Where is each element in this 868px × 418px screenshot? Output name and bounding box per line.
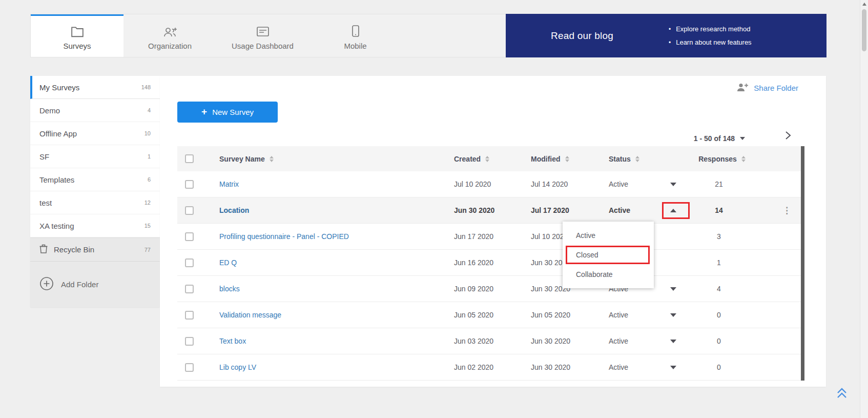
mobile-icon [352, 23, 360, 37]
row-checkbox[interactable] [185, 311, 194, 320]
status-dropdown-toggle[interactable] [670, 366, 676, 369]
row-checkbox[interactable] [185, 180, 194, 189]
people-add-icon [162, 23, 178, 37]
sidebar-item-my-surveys[interactable]: My Surveys 148 [30, 76, 160, 99]
survey-name-link[interactable]: Validation message [219, 311, 281, 319]
status-dropdown-toggle[interactable] [670, 340, 676, 343]
surveys-panel: Share Folder + New Survey 1 - 50 of 148 … [160, 76, 826, 387]
sidebar-item-xa-testing[interactable]: XA testing 15 [30, 214, 160, 237]
select-all-checkbox[interactable] [185, 154, 194, 163]
responses-count: 0 [691, 311, 768, 319]
tab-usage-dashboard[interactable]: Usage Dashboard [216, 14, 309, 57]
header-survey-name[interactable]: Survey Name [219, 155, 454, 163]
new-survey-button[interactable]: + New Survey [177, 102, 278, 123]
survey-name-link[interactable]: Lib copy LV [219, 363, 256, 371]
header-created[interactable]: Created [454, 155, 531, 163]
bullet-dot: • [669, 26, 671, 33]
blog-banner[interactable]: Read our blog •Explore research method •… [506, 14, 826, 57]
created-date: Jun 03 2020 [454, 337, 531, 345]
created-date: Jun 30 2020 [454, 206, 531, 214]
row-checkbox[interactable] [185, 363, 194, 372]
folders-sidebar: My Surveys 148 Demo 4 Offline App 10 SF … [30, 76, 160, 307]
sort-icon[interactable] [270, 156, 274, 162]
responses-count: 1 [691, 258, 768, 267]
folder-label: SF [39, 152, 49, 161]
sort-icon[interactable] [635, 156, 639, 162]
table-scrollbar[interactable] [801, 146, 804, 381]
status-option-active[interactable]: Active [563, 226, 654, 245]
survey-name-link[interactable]: Location [219, 206, 249, 214]
surveys-table: Survey Name Created Modified Status Resp… [177, 146, 804, 381]
chevron-down-icon[interactable] [740, 137, 745, 140]
next-page-button[interactable] [783, 130, 792, 143]
pagination-range[interactable]: 1 - 50 of 148 [694, 134, 745, 143]
created-date: Jun 02 2020 [454, 363, 531, 371]
share-person-icon [736, 83, 749, 93]
table-row: Matrix Jul 10 2020 Jul 14 2020 Active 21 [177, 171, 804, 197]
tab-organization[interactable]: Organization [123, 14, 216, 57]
scrollbar-up-arrow-icon[interactable] [862, 3, 866, 6]
status-option-collaborate[interactable]: Collaborate [563, 265, 654, 284]
status-value: Active [609, 363, 628, 371]
sort-icon[interactable] [565, 156, 569, 162]
status-dropdown-toggle[interactable] [670, 313, 676, 317]
folder-count: 148 [141, 84, 151, 90]
header-responses[interactable]: Responses [691, 155, 768, 163]
folder-icon [71, 23, 84, 37]
row-checkbox[interactable] [185, 337, 194, 346]
sidebar-item-test[interactable]: test 12 [30, 191, 160, 214]
header-status[interactable]: Status [609, 155, 691, 163]
bullet-dot: • [669, 39, 671, 46]
status-dropdown-toggle[interactable] [670, 183, 676, 186]
sort-icon[interactable] [741, 156, 746, 162]
survey-name-link[interactable]: Text box [219, 337, 246, 345]
dashboard-icon [256, 23, 270, 37]
annotation-box-closed-option [566, 246, 650, 264]
add-folder-button[interactable]: Add Folder [30, 261, 160, 307]
table-row: Lib copy LV Jun 02 2020 Jun 30 2020 Acti… [177, 354, 804, 381]
created-date: Jun 17 2020 [454, 232, 531, 241]
tab-mobile[interactable]: Mobile [309, 14, 402, 57]
folder-count: 1 [148, 153, 151, 160]
folder-count: 4 [148, 107, 151, 113]
recycle-bin-label: Recycle Bin [54, 245, 94, 254]
table-row-selected: Location Jun 30 2020 Jul 17 2020 Active … [177, 197, 804, 224]
sidebar-item-demo[interactable]: Demo 4 [30, 99, 160, 122]
sidebar-item-sf[interactable]: SF 1 [30, 145, 160, 168]
modified-date: Jun 05 2020 [531, 311, 609, 319]
sidebar-item-offline-app[interactable]: Offline App 10 [30, 122, 160, 145]
folder-count: 15 [144, 223, 151, 229]
survey-name-link[interactable]: Profiling questionnaire - Panel - COPIED [219, 232, 349, 241]
survey-name-link[interactable]: blocks [219, 285, 240, 293]
sidebar-item-templates[interactable]: Templates 6 [30, 168, 160, 191]
share-folder-button[interactable]: Share Folder [736, 83, 798, 93]
table-row: Validation message Jun 05 2020 Jun 05 20… [177, 302, 804, 328]
folder-label: Demo [39, 106, 60, 115]
header-modified[interactable]: Modified [531, 155, 609, 163]
sidebar-item-recycle-bin[interactable]: Recycle Bin 77 [30, 237, 160, 261]
status-value: Active [609, 180, 628, 188]
tab-surveys[interactable]: Surveys [31, 14, 123, 57]
row-checkbox[interactable] [185, 232, 194, 241]
status-dropdown-toggle[interactable] [670, 287, 676, 291]
table-row: Profiling questionnaire - Panel - COPIED… [177, 224, 804, 250]
row-checkbox[interactable] [185, 258, 194, 267]
banner-bullet: •Learn about new features [669, 36, 752, 49]
banner-title[interactable]: Read our blog [551, 30, 613, 42]
tab-label: Surveys [63, 42, 91, 50]
responses-count: 0 [691, 363, 768, 371]
recycle-bin-count: 77 [144, 247, 151, 253]
page: Surveys Organization [0, 0, 868, 418]
survey-name-link[interactable]: Matrix [219, 180, 239, 188]
page-scrollbar[interactable] [860, 0, 868, 418]
scrollbar-thumb[interactable] [862, 9, 866, 51]
responses-count: 21 [691, 180, 768, 188]
scroll-to-top-button[interactable] [834, 386, 850, 402]
row-checkbox[interactable] [185, 285, 194, 293]
row-menu-icon[interactable]: ⋮ [782, 206, 791, 215]
row-checkbox[interactable] [185, 206, 194, 215]
table-row: ED Q Jun 16 2020 Jun 30 2020 1 [177, 250, 804, 276]
survey-name-link[interactable]: ED Q [219, 258, 237, 267]
responses-count: 3 [691, 232, 768, 241]
sort-icon[interactable] [485, 156, 489, 162]
